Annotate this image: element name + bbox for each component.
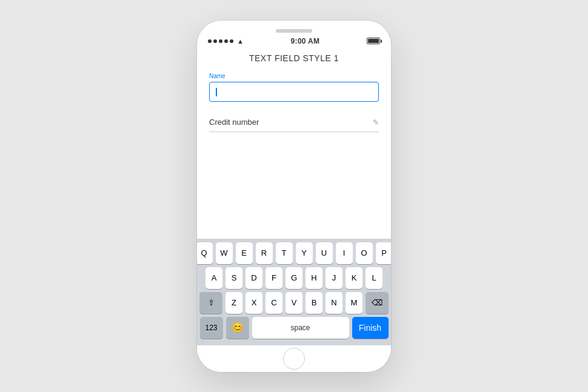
signal-dot-3 [219,39,222,43]
key-l[interactable]: L [366,267,383,289]
key-z[interactable]: Z [226,292,242,314]
text-cursor [216,88,217,96]
key-k[interactable]: K [346,267,362,289]
key-x[interactable]: X [246,292,262,314]
phone-frame: ▲ 9:00 AM TEXT FIELD STYLE 1 Name Credit… [197,21,391,372]
keyboard-row-2: A S D F G H J K L [199,267,389,289]
key-w[interactable]: W [216,242,233,264]
key-c[interactable]: C [266,292,282,314]
space-key[interactable]: space [252,317,349,339]
status-bar: ▲ 9:00 AM [197,21,391,47]
edit-icon: ✎ [373,118,379,127]
key-q[interactable]: Q [197,242,213,264]
key-e[interactable]: E [236,242,253,264]
name-field-group: Name [209,73,379,102]
form-area: Name Credit number ✎ [197,73,391,144]
credit-underline-field[interactable]: Credit number ✎ [209,113,379,132]
speaker [276,29,312,33]
home-button[interactable] [283,348,305,370]
key-b[interactable]: B [306,292,322,314]
battery-area [367,38,380,44]
screen-title: TEXT FIELD STYLE 1 [197,47,391,73]
finish-key[interactable]: Finish [352,317,389,339]
signal-dot-1 [208,39,212,43]
home-button-area [197,345,391,372]
key-o[interactable]: O [356,242,373,264]
signal-dot-5 [230,39,233,43]
name-input[interactable] [209,82,379,102]
wifi-icon: ▲ [237,38,244,45]
key-p[interactable]: P [376,242,392,264]
key-j[interactable]: J [326,267,342,289]
keyboard-row-1: Q W E R T Y U I O P [199,242,389,264]
keyboard-row-4: 123 😊 space Finish [199,317,389,339]
emoji-key[interactable]: 😊 [226,317,249,339]
name-label: Name [209,73,379,79]
signal-dot-2 [213,39,217,43]
key-r[interactable]: R [256,242,273,264]
key-v[interactable]: V [286,292,302,314]
key-t[interactable]: T [276,242,293,264]
key-s[interactable]: S [226,267,242,289]
battery-fill [368,39,379,43]
screen: TEXT FIELD STYLE 1 Name Credit number ✎ [197,47,391,345]
key-u[interactable]: U [316,242,333,264]
key-g[interactable]: G [286,267,302,289]
key-i[interactable]: I [336,242,353,264]
keyboard: Q W E R T Y U I O P A S D F G H J K [197,239,391,345]
battery-icon [367,38,380,44]
key-d[interactable]: D [246,267,262,289]
signal-dot-4 [224,39,228,43]
signal-area: ▲ [208,38,244,45]
backspace-key[interactable]: ⌫ [366,292,389,314]
credit-field-group: Credit number ✎ [209,113,379,132]
status-time: 9:00 AM [291,37,320,45]
key-n[interactable]: N [326,292,342,314]
keyboard-row-3: ⇧ Z X C V B N M ⌫ [199,292,389,314]
shift-key[interactable]: ⇧ [199,292,222,314]
key-h[interactable]: H [306,267,322,289]
key-a[interactable]: A [205,267,222,289]
credit-field-label: Credit number [209,118,259,127]
key-m[interactable]: M [346,292,362,314]
key-y[interactable]: Y [296,242,313,264]
key-f[interactable]: F [266,267,282,289]
numbers-key[interactable]: 123 [200,317,223,339]
